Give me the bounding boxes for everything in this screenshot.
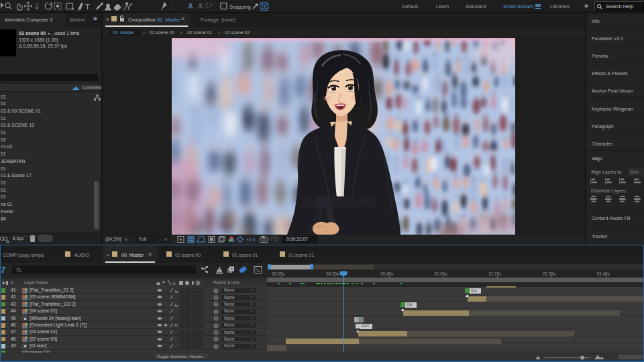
svg-text:+0,0: +0,0 (246, 237, 256, 242)
svg-text:fx: fx (174, 302, 178, 307)
svg-text:fx: fx (174, 289, 178, 294)
svg-text:Snapping: Snapping (229, 4, 251, 10)
svg-text:T: T (85, 3, 90, 11)
